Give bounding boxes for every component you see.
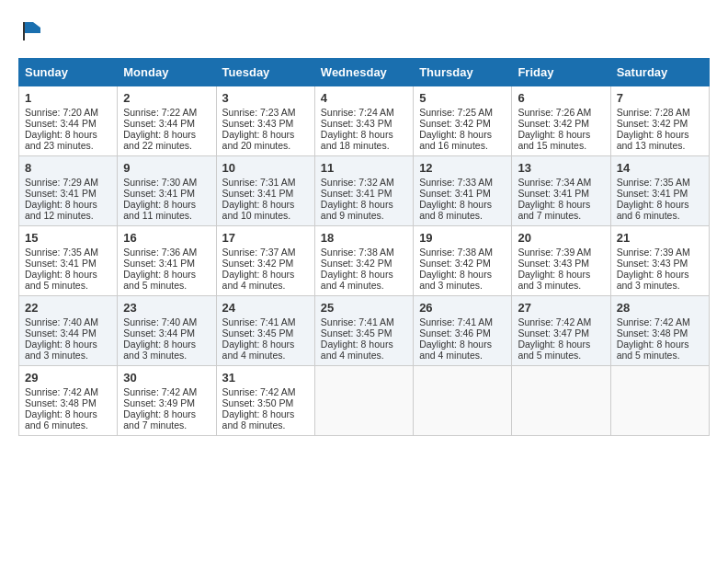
day-info-line: Sunset: 3:41 PM — [123, 258, 210, 269]
day-info-line: Sunrise: 7:42 AM — [518, 316, 604, 327]
calendar-cell: 1Sunrise: 7:20 AMSunset: 3:44 PMDaylight… — [19, 86, 118, 155]
calendar-cell: 10Sunrise: 7:31 AMSunset: 3:41 PMDayligh… — [216, 155, 314, 225]
day-number: 27 — [518, 301, 604, 315]
calendar-cell: 6Sunrise: 7:26 AMSunset: 3:42 PMDaylight… — [512, 86, 610, 155]
day-info-line: Daylight: 8 hours — [222, 199, 309, 210]
calendar-cell: 22Sunrise: 7:40 AMSunset: 3:44 PMDayligh… — [19, 295, 118, 365]
day-info-line: Sunset: 3:42 PM — [617, 118, 703, 129]
day-info-line: Sunrise: 7:22 AM — [123, 107, 210, 118]
day-info-line: Sunrise: 7:42 AM — [25, 386, 111, 397]
day-info-line: Daylight: 8 hours — [25, 199, 111, 210]
day-info-line: Sunset: 3:49 PM — [123, 397, 210, 408]
day-number: 14 — [617, 161, 703, 175]
day-info-line: Sunset: 3:42 PM — [518, 118, 604, 129]
day-info-line: and 9 minutes. — [321, 210, 407, 221]
calendar-cell: 23Sunrise: 7:40 AMSunset: 3:44 PMDayligh… — [118, 295, 216, 365]
day-info-line: and 4 minutes. — [321, 350, 407, 361]
calendar-header-sunday: Sunday — [19, 58, 118, 86]
day-info-line: Sunrise: 7:38 AM — [321, 247, 407, 258]
day-info-line: Daylight: 8 hours — [321, 199, 407, 210]
day-info-line: Sunset: 3:41 PM — [25, 188, 111, 199]
day-number: 4 — [321, 91, 407, 105]
day-info-line: Sunrise: 7:42 AM — [617, 316, 703, 327]
day-info-line: Daylight: 8 hours — [321, 269, 407, 280]
day-number: 10 — [222, 161, 309, 175]
day-info-line: Daylight: 8 hours — [222, 269, 309, 280]
day-number: 24 — [222, 301, 309, 315]
day-info-line: Sunset: 3:41 PM — [419, 188, 506, 199]
day-info-line: Sunrise: 7:29 AM — [25, 177, 111, 188]
day-info-line: Daylight: 8 hours — [617, 129, 703, 140]
day-info-line: Daylight: 8 hours — [419, 199, 506, 210]
calendar-week-row: 8Sunrise: 7:29 AMSunset: 3:41 PMDaylight… — [19, 155, 710, 225]
day-info-line: Daylight: 8 hours — [518, 129, 604, 140]
day-info-line: and 15 minutes. — [518, 140, 604, 151]
day-number: 25 — [321, 301, 407, 315]
day-info-line: Sunset: 3:44 PM — [25, 118, 111, 129]
day-number: 29 — [25, 371, 111, 385]
calendar-header-tuesday: Tuesday — [216, 58, 314, 86]
day-info-line: and 4 minutes. — [419, 350, 506, 361]
day-info-line: Sunrise: 7:42 AM — [123, 386, 210, 397]
day-number: 30 — [123, 371, 210, 385]
day-info-line: Sunset: 3:45 PM — [222, 327, 309, 339]
calendar-header-monday: Monday — [118, 58, 216, 86]
day-info-line: Daylight: 8 hours — [222, 408, 309, 419]
calendar-cell: 11Sunrise: 7:32 AMSunset: 3:41 PMDayligh… — [314, 155, 413, 225]
day-info-line: and 5 minutes. — [617, 350, 703, 361]
day-number: 28 — [617, 301, 703, 315]
day-info-line: and 20 minutes. — [222, 140, 309, 151]
day-info-line: Daylight: 8 hours — [518, 339, 604, 350]
day-info-line: Sunset: 3:43 PM — [518, 258, 604, 269]
calendar-cell: 30Sunrise: 7:42 AMSunset: 3:49 PMDayligh… — [118, 365, 216, 435]
calendar-cell: 15Sunrise: 7:35 AMSunset: 3:41 PMDayligh… — [19, 225, 118, 295]
day-number: 9 — [123, 161, 210, 175]
day-info-line: Sunrise: 7:36 AM — [123, 247, 210, 258]
calendar-cell: 17Sunrise: 7:37 AMSunset: 3:42 PMDayligh… — [216, 225, 314, 295]
day-info-line: Sunrise: 7:40 AM — [123, 316, 210, 327]
calendar-cell: 27Sunrise: 7:42 AMSunset: 3:47 PMDayligh… — [512, 295, 610, 365]
day-info-line: Daylight: 8 hours — [222, 129, 309, 140]
day-info-line: and 6 minutes. — [25, 419, 111, 431]
day-info-line: Daylight: 8 hours — [617, 339, 703, 350]
calendar-table: SundayMondayTuesdayWednesdayThursdayFrid… — [18, 58, 710, 436]
day-info-line: Sunset: 3:43 PM — [222, 118, 309, 129]
calendar-cell — [610, 365, 709, 435]
day-info-line: Sunset: 3:44 PM — [123, 118, 210, 129]
day-info-line: Sunrise: 7:39 AM — [518, 247, 604, 258]
day-number: 8 — [25, 161, 111, 175]
day-info-line: Daylight: 8 hours — [25, 339, 111, 350]
day-info-line: and 13 minutes. — [617, 140, 703, 151]
day-info-line: and 18 minutes. — [321, 140, 407, 151]
day-info-line: Sunrise: 7:41 AM — [222, 316, 309, 327]
day-info-line: Daylight: 8 hours — [123, 408, 210, 419]
day-info-line: Sunrise: 7:23 AM — [222, 107, 309, 118]
calendar-week-row: 29Sunrise: 7:42 AMSunset: 3:48 PMDayligh… — [19, 365, 710, 435]
day-number: 31 — [222, 371, 309, 385]
day-info-line: and 8 minutes. — [419, 210, 506, 221]
day-info-line: Sunrise: 7:39 AM — [617, 247, 703, 258]
day-info-line: Sunset: 3:47 PM — [518, 327, 604, 339]
calendar-cell: 19Sunrise: 7:38 AMSunset: 3:42 PMDayligh… — [414, 225, 512, 295]
day-info-line: and 7 minutes. — [518, 210, 604, 221]
day-info-line: Sunrise: 7:35 AM — [617, 177, 703, 188]
day-info-line: and 16 minutes. — [419, 140, 506, 151]
day-info-line: Daylight: 8 hours — [25, 129, 111, 140]
day-info-line: and 4 minutes. — [222, 350, 309, 361]
day-info-line: Daylight: 8 hours — [419, 269, 506, 280]
day-number: 23 — [123, 301, 210, 315]
calendar-cell — [512, 365, 610, 435]
day-number: 13 — [518, 161, 604, 175]
day-info-line: Sunset: 3:41 PM — [321, 188, 407, 199]
day-number: 1 — [25, 91, 111, 105]
day-number: 2 — [123, 91, 210, 105]
day-info-line: and 8 minutes. — [222, 419, 309, 431]
day-info-line: Sunrise: 7:34 AM — [518, 177, 604, 188]
calendar-cell: 29Sunrise: 7:42 AMSunset: 3:48 PMDayligh… — [19, 365, 118, 435]
calendar-header-friday: Friday — [512, 58, 610, 86]
day-info-line: Sunset: 3:41 PM — [123, 188, 210, 199]
calendar-cell — [314, 365, 413, 435]
day-number: 11 — [321, 161, 407, 175]
day-info-line: and 11 minutes. — [123, 210, 210, 221]
day-info-line: Sunrise: 7:26 AM — [518, 107, 604, 118]
